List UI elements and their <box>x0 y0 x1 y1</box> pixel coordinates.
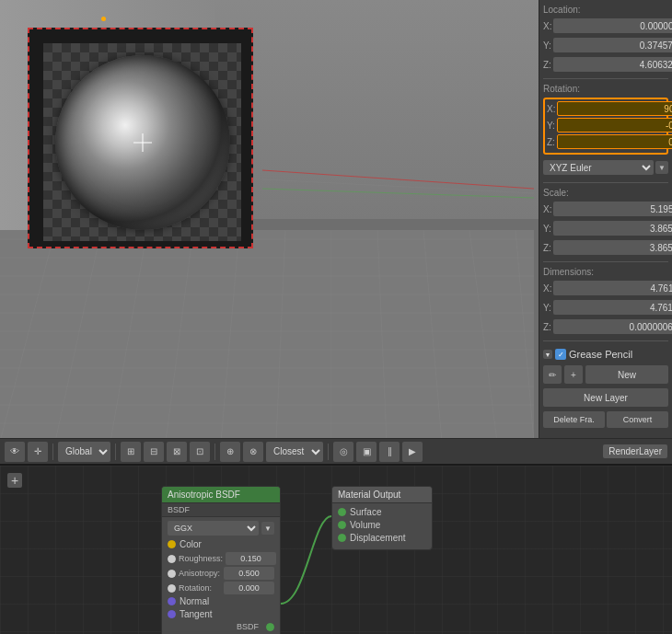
color-socket: Color <box>168 539 274 549</box>
gp-tools-row: ✏ + New <box>543 365 668 384</box>
anisotropy-input[interactable] <box>224 567 274 580</box>
dimensions-label: Dimensions: <box>543 267 668 277</box>
grease-pencil-header: ▼ ✓ Grease Pencil <box>543 349 668 360</box>
anisotropy-row: Anisotropy: <box>168 567 274 580</box>
normal-socket-dot <box>168 597 176 605</box>
scale-x-row: X: ⧉ <box>543 202 668 216</box>
anisotropic-bsdf-node: Anisotropic BSDF BSDF GGX ▼ Color Roughn… <box>161 486 281 634</box>
node-add-btn[interactable]: + <box>7 473 22 488</box>
dist-dropdown[interactable]: ▼ <box>261 522 274 535</box>
gp-pencil-btn[interactable]: ✏ <box>543 365 562 384</box>
toolbar-sep-1 <box>52 444 53 460</box>
dim-z-input[interactable] <box>553 319 672 334</box>
gp-new-btn[interactable]: New <box>585 365 668 384</box>
tangent-socket-row: Tangent <box>168 609 274 619</box>
scale-x-input[interactable] <box>553 202 672 216</box>
scale-label: Scale: <box>543 188 668 198</box>
gp-label: Grease Pencil <box>569 349 668 360</box>
render-layer-badge: RenderLayer <box>603 444 667 458</box>
dim-x-input[interactable] <box>553 281 672 295</box>
proportional-btn[interactable]: ◎ <box>333 442 353 462</box>
node-rotation-input[interactable] <box>224 582 274 594</box>
dim-y-input[interactable] <box>553 300 672 315</box>
magnet-btn[interactable]: ⊗ <box>243 442 263 462</box>
surface-in-socket <box>338 508 346 516</box>
distribution-select[interactable]: GGX <box>168 521 259 536</box>
grid-btn-3[interactable]: ⊠ <box>167 442 187 462</box>
dim-x-row: X: ⧉ <box>543 281 668 295</box>
node-editor: + Anisotropic BSDF BSDF GGX ▼ Color Roug… <box>0 464 672 634</box>
frame-btn[interactable]: ▣ <box>356 442 377 462</box>
disc-container <box>43 43 241 241</box>
play-btn[interactable]: ▶ <box>402 442 423 462</box>
cursor-btn[interactable]: ✛ <box>28 442 48 462</box>
dim-x-label: X: <box>543 283 551 294</box>
yellow-dot <box>101 17 106 21</box>
snap-btn[interactable]: ⊕ <box>220 442 240 462</box>
gp-new-layer-btn[interactable]: New Layer <box>543 388 668 407</box>
view-mode-btn[interactable]: 👁 <box>5 442 25 462</box>
roughness-input[interactable] <box>226 552 276 565</box>
loc-z-label: Z: <box>543 60 551 70</box>
euler-copy[interactable]: ▼ <box>655 161 668 174</box>
location-y-input[interactable] <box>553 38 672 52</box>
roughness-socket <box>168 555 176 563</box>
snap-select[interactable]: Closest <box>266 442 323 462</box>
disc-crosshair <box>133 133 152 152</box>
gp-toggle[interactable]: ▼ <box>543 350 552 359</box>
location-z-input[interactable] <box>553 57 672 72</box>
color-socket-dot <box>168 540 176 548</box>
scale-z-row: Z: ⧉ <box>543 240 668 255</box>
gp-bottom-row: Delete Fra. Convert <box>543 411 668 428</box>
gp-checkbox[interactable]: ✓ <box>555 349 566 360</box>
scale-z-label: Z: <box>543 243 551 253</box>
scale-y-input[interactable] <box>553 221 672 236</box>
node-body-anisotropic: GGX ▼ Color Roughness: Anisotropy: Rotat… <box>162 517 280 634</box>
svg-marker-0 <box>0 230 534 438</box>
rotation-z-row: Z: ⧉ <box>547 134 665 149</box>
toolbar-sep-4 <box>328 444 329 460</box>
scale-z-input[interactable] <box>553 240 672 255</box>
gp-delete-fra-btn[interactable]: Delete Fra. <box>543 411 605 428</box>
node-subheader-bsdf: BSDF <box>162 503 280 517</box>
grid-btn-4[interactable]: ⊡ <box>190 442 210 462</box>
gp-plus-btn[interactable]: + <box>564 365 583 384</box>
divider-2 <box>543 182 668 183</box>
location-x-input[interactable] <box>553 18 672 33</box>
divider-4 <box>543 340 668 341</box>
location-z-row: Z: ⧉ <box>543 57 668 72</box>
grid-btn-2[interactable]: ⊟ <box>144 442 164 462</box>
right-panel: Location: X: ⧉ Y: ⧉ Z: ⧉ Rotation: X: ⧉ <box>539 0 672 438</box>
toolbar-sep-2 <box>115 444 116 460</box>
xyz-euler-select[interactable]: XYZ Euler <box>543 160 654 175</box>
volume-in-socket <box>338 521 346 529</box>
dim-z-row: Z: ⧉ <box>543 319 668 334</box>
dim-y-label: Y: <box>543 303 551 313</box>
xyz-euler-row: XYZ Euler ▼ <box>543 160 668 175</box>
normal-socket-row: Normal <box>168 596 274 606</box>
rotation-y-input[interactable] <box>557 118 672 133</box>
anim-btn[interactable]: ‖ <box>379 442 400 462</box>
rot-x-label: X: <box>547 104 555 114</box>
divider-1 <box>543 78 668 79</box>
3d-viewport[interactable] <box>0 0 539 438</box>
material-output-node: Material Output Surface Volume Displacem… <box>331 486 433 550</box>
rotation-row: Rotation: <box>168 582 274 594</box>
dim-y-row: Y: ⧉ <box>543 300 668 315</box>
svg-line-24 <box>262 189 534 198</box>
rotation-x-row: X: ⧉ <box>547 101 665 116</box>
node-header-material-output: Material Output <box>332 487 432 503</box>
gp-convert-btn[interactable]: Convert <box>607 411 668 428</box>
node-body-material-output: Surface Volume Displacement <box>332 503 432 549</box>
rotation-x-input[interactable] <box>557 101 672 116</box>
displacement-in-socket <box>338 534 346 542</box>
location-y-row: Y: ⧉ <box>543 38 668 52</box>
loc-x-label: X: <box>543 21 551 31</box>
anisotropy-socket <box>168 570 176 578</box>
toolbar-sep-3 <box>214 444 215 460</box>
rotation-z-input[interactable] <box>557 134 672 149</box>
node-dist-row: GGX ▼ <box>168 521 274 536</box>
grid-btn[interactable]: ⊞ <box>121 442 141 462</box>
scale-x-label: X: <box>543 204 551 214</box>
mode-select[interactable]: Global <box>58 442 110 462</box>
